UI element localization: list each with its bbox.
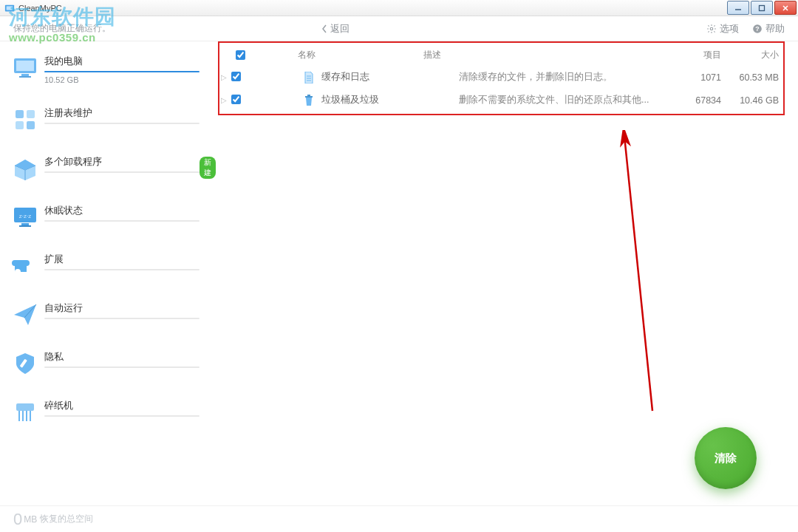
sidebar-item-extensions[interactable]: 扩展 (9, 248, 209, 284)
svg-rect-16 (27, 121, 35, 129)
close-button[interactable] (774, 1, 797, 15)
back-button[interactable]: 返回 (321, 22, 349, 35)
svg-rect-15 (16, 121, 24, 129)
main-content: 名称 描述 项目 大小 ▷ 缓存和日志 清除缓存的文件，并删除旧的日志。 107… (209, 41, 798, 505)
sidebar-item-registry[interactable]: 注册表维护 (9, 102, 209, 137)
row-checkbox[interactable] (231, 72, 241, 81)
svg-rect-22 (16, 403, 34, 411)
svg-rect-20 (19, 225, 31, 227)
svg-rect-13 (16, 110, 24, 118)
sidebar-item-hibernation[interactable]: z·z·z 休眠状态 (9, 200, 209, 235)
file-icon (301, 72, 317, 83)
monitor-icon (12, 55, 38, 81)
expand-icon[interactable]: ▷ (221, 73, 231, 81)
maximize-button[interactable] (751, 1, 773, 15)
table-header: 名称 描述 项目 大小 (219, 46, 785, 66)
table-row[interactable]: ▷ 缓存和日志 清除缓存的文件，并删除旧的日志。 1071 60.53 MB (219, 66, 785, 89)
footer-total-number: 0 (13, 510, 22, 529)
svg-rect-3 (760, 5, 765, 10)
svg-rect-1 (7, 6, 13, 10)
help-icon: ? (752, 24, 763, 34)
help-button[interactable]: ? 帮助 (752, 22, 785, 35)
chevron-left-icon (321, 24, 327, 33)
row-checkbox[interactable] (231, 95, 241, 104)
col-header-desc: 描述 (423, 49, 671, 61)
svg-line-32 (624, 136, 652, 411)
svg-rect-19 (21, 223, 29, 225)
svg-text:?: ? (755, 24, 759, 32)
sidebar: 我的电脑10.52 GB 注册表维护 多个卸载程序 新建 z·z·z 休眠状态 … (0, 41, 209, 505)
shredder-icon (12, 399, 38, 426)
window-title: CleanMyPC (18, 4, 726, 13)
sidebar-item-uninstaller[interactable]: 多个卸载程序 新建 (9, 151, 209, 186)
sidebar-item-privacy[interactable]: 隐私 (9, 346, 209, 381)
sidebar-item-autorun[interactable]: 自动运行 (9, 297, 209, 332)
svg-rect-10 (16, 61, 34, 71)
sleep-icon: z·z·z (12, 204, 38, 231)
puzzle-icon (12, 253, 38, 279)
sidebar-item-shredder[interactable]: 碎纸机 (9, 395, 209, 430)
col-header-items: 项目 (671, 49, 729, 61)
shield-brush-icon (12, 350, 38, 377)
minimize-button[interactable] (727, 1, 749, 15)
paper-plane-icon (12, 301, 38, 328)
svg-rect-14 (27, 110, 35, 118)
page-subtitle: 保持您的电脑正确运行。 (13, 22, 111, 35)
table-row[interactable]: ▷ 垃圾桶及垃圾 删除不需要的系统文件、旧的还原点和其他... 67834 10… (219, 89, 785, 112)
svg-text:z·z·z: z·z·z (19, 213, 31, 219)
svg-point-6 (710, 27, 713, 30)
col-header-name: 名称 (258, 49, 423, 61)
expand-icon[interactable]: ▷ (221, 96, 231, 104)
registry-icon (12, 106, 38, 133)
svg-rect-11 (21, 74, 29, 76)
svg-rect-31 (307, 95, 310, 96)
footer-unit: MB (24, 514, 37, 525)
sidebar-item-my-computer[interactable]: 我的电脑10.52 GB (9, 50, 209, 89)
col-header-size: 大小 (729, 49, 785, 61)
app-icon (4, 3, 15, 13)
gear-icon (706, 24, 717, 34)
clean-button[interactable]: 清除 (695, 427, 757, 489)
options-button[interactable]: 选项 (706, 22, 739, 35)
header: 保持您的电脑正确运行。 返回 选项 ? 帮助 (0, 16, 798, 41)
footer: 0 MB 恢复的总空间 (0, 505, 798, 532)
svg-rect-30 (305, 96, 313, 98)
trash-icon (301, 95, 317, 106)
footer-text: 恢复的总空间 (40, 513, 93, 525)
annotation-arrow (579, 130, 697, 426)
svg-rect-12 (19, 76, 31, 78)
select-all-checkbox[interactable] (236, 50, 245, 60)
titlebar: CleanMyPC (0, 0, 798, 16)
results-table: 名称 描述 项目 大小 ▷ 缓存和日志 清除缓存的文件，并删除旧的日志。 107… (219, 46, 785, 112)
box-icon (12, 155, 38, 182)
